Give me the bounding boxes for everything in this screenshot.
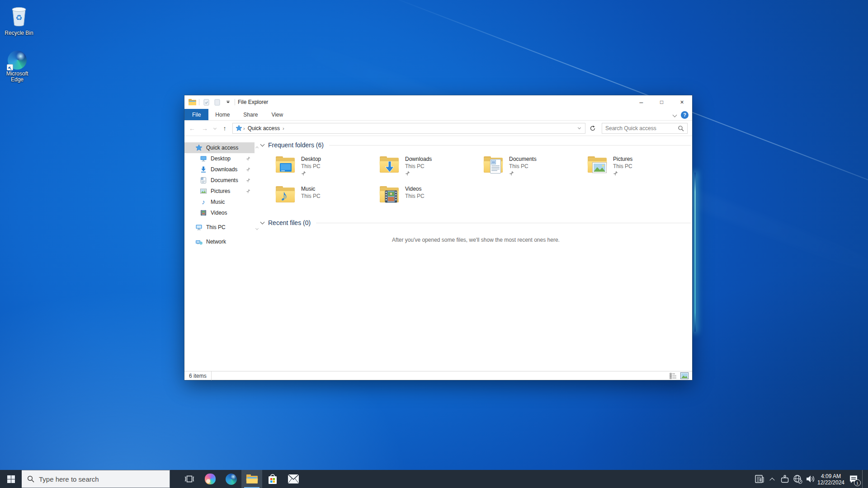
pictures-folder-icon: [587, 155, 609, 174]
folder-tile-downloads[interactable]: Downloads This PC: [379, 155, 483, 181]
music-icon: ♪: [200, 198, 207, 206]
network-icon: [195, 238, 203, 245]
sidebar-item-music[interactable]: ♪ Music: [184, 197, 255, 207]
volume-icon: [806, 474, 815, 483]
sidebar-item-quick-access[interactable]: Quick access: [184, 142, 255, 153]
sidebar-item-downloads[interactable]: Downloads: [184, 164, 255, 175]
sidebar-item-network[interactable]: Network: [184, 236, 255, 247]
folder-tile-desktop[interactable]: Desktop This PC: [275, 155, 379, 181]
up-button[interactable]: ↑: [219, 123, 231, 134]
system-tray: 4:09 AM 12/22/2024 1: [754, 470, 865, 488]
section-title: Frequent folders (6): [268, 141, 324, 149]
sidebar-item-label: This PC: [206, 224, 226, 230]
sidebar-item-documents[interactable]: Documents: [184, 175, 255, 186]
breadcrumb-separator[interactable]: ›: [283, 126, 284, 131]
help-button[interactable]: ?: [681, 111, 689, 119]
address-dropdown-chevron-icon[interactable]: [578, 126, 581, 129]
back-button[interactable]: ←: [186, 123, 198, 134]
expand-ribbon-chevron-icon[interactable]: [673, 113, 677, 117]
meet-now-button[interactable]: [779, 470, 791, 488]
videos-folder-icon: [379, 185, 401, 204]
edge-icon: [226, 474, 237, 485]
mail-button[interactable]: [283, 470, 304, 488]
forward-button[interactable]: →: [199, 123, 211, 134]
network-status-button[interactable]: [792, 470, 803, 488]
store-icon: [267, 473, 278, 485]
recent-files-header[interactable]: Recent files (0): [261, 218, 691, 228]
tab-home[interactable]: Home: [208, 109, 236, 120]
sidebar-item-label: Network: [206, 239, 226, 245]
sidebar-item-videos[interactable]: Videos: [184, 207, 255, 218]
pin-icon: [246, 156, 250, 161]
file-explorer-icon: [246, 474, 258, 483]
maximize-button[interactable]: □: [651, 96, 672, 109]
explorer-search-input[interactable]: [602, 125, 678, 131]
sidebar-item-this-pc[interactable]: This PC: [184, 222, 255, 233]
desktop-icon-microsoft-edge[interactable]: Microsoft Edge: [0, 51, 36, 83]
items-count: 6 items: [184, 373, 211, 379]
file-explorer-button[interactable]: [241, 470, 262, 488]
desktop-icon: [200, 155, 207, 162]
search-icon[interactable]: [678, 125, 684, 131]
customize-quick-access-toolbar-button[interactable]: [224, 98, 232, 106]
tab-view[interactable]: View: [264, 109, 290, 120]
wallpaper-glow-line: [694, 173, 696, 332]
show-desktop-button[interactable]: [862, 470, 865, 488]
desktop-icon-recycle-bin[interactable]: ♻ Recycle Bin: [0, 5, 38, 36]
pin-icon: [613, 171, 618, 176]
new-folder-button[interactable]: [213, 98, 221, 106]
tab-share[interactable]: Share: [236, 109, 264, 120]
action-center-button[interactable]: 1: [846, 470, 861, 488]
svg-text:♻: ♻: [15, 14, 22, 22]
address-bar[interactable]: › Quick access ›: [232, 123, 585, 134]
start-button[interactable]: [0, 470, 22, 488]
copilot-button[interactable]: [200, 470, 221, 488]
navigation-bar: ← → ↑ › Quick access ›: [184, 121, 692, 136]
breadcrumb-quick-access[interactable]: Quick access: [248, 125, 280, 131]
taskbar-search-box[interactable]: [22, 470, 170, 488]
taskbar-clock[interactable]: 4:09 AM 12/22/2024: [817, 473, 845, 486]
downloads-icon: [200, 166, 207, 173]
folder-tile-videos[interactable]: Videos This PC: [379, 185, 483, 211]
title-bar[interactable]: File Explorer – □ ×: [184, 95, 692, 109]
collapse-section-chevron-icon[interactable]: [260, 220, 265, 225]
separator: [211, 371, 212, 380]
search-icon: [27, 475, 34, 483]
meet-now-icon: [780, 474, 789, 483]
folder-tile-pictures[interactable]: Pictures This PC: [587, 155, 691, 181]
taskbar-search-input[interactable]: [39, 475, 170, 483]
store-button[interactable]: [262, 470, 283, 488]
videos-icon: [200, 209, 207, 216]
collapse-section-chevron-icon[interactable]: [260, 142, 265, 147]
sidebar-item-desktop[interactable]: Desktop: [184, 153, 255, 164]
section-title: Recent files (0): [268, 219, 311, 226]
folder-location: This PC: [509, 163, 537, 169]
large-icons-view-button[interactable]: [680, 372, 689, 379]
tab-file[interactable]: File: [184, 109, 208, 120]
separator: [235, 99, 235, 105]
content-pane: Frequent folders (6) Desktop This PC: [255, 136, 692, 371]
refresh-button[interactable]: [587, 123, 598, 134]
desktop-icon-label: Recycle Bin: [0, 30, 38, 36]
documents-icon: [200, 177, 207, 184]
recent-locations-chevron[interactable]: [212, 123, 218, 134]
details-view-button[interactable]: [670, 373, 677, 379]
properties-button[interactable]: [202, 98, 210, 106]
mail-icon: [288, 474, 299, 483]
explorer-search-box[interactable]: [602, 123, 688, 134]
volume-button[interactable]: [804, 470, 816, 488]
folder-tile-documents[interactable]: Documents This PC: [483, 155, 587, 181]
news-widget-button[interactable]: [754, 470, 765, 488]
folder-tile-music[interactable]: ♪ Music This PC: [275, 185, 379, 211]
edge-button[interactable]: [221, 470, 241, 488]
sidebar-item-label: Music: [211, 199, 225, 205]
minimize-button[interactable]: –: [631, 96, 651, 109]
show-hidden-icons-button[interactable]: [766, 470, 778, 488]
sidebar-item-pictures[interactable]: Pictures: [184, 186, 255, 197]
sidebar-item-label: Quick access: [206, 145, 238, 151]
chevron-up-icon: [769, 478, 774, 483]
windows-logo-icon: [7, 475, 15, 483]
frequent-folders-header[interactable]: Frequent folders (6): [261, 140, 691, 150]
task-view-button[interactable]: [179, 470, 200, 488]
close-button[interactable]: ×: [672, 96, 692, 109]
